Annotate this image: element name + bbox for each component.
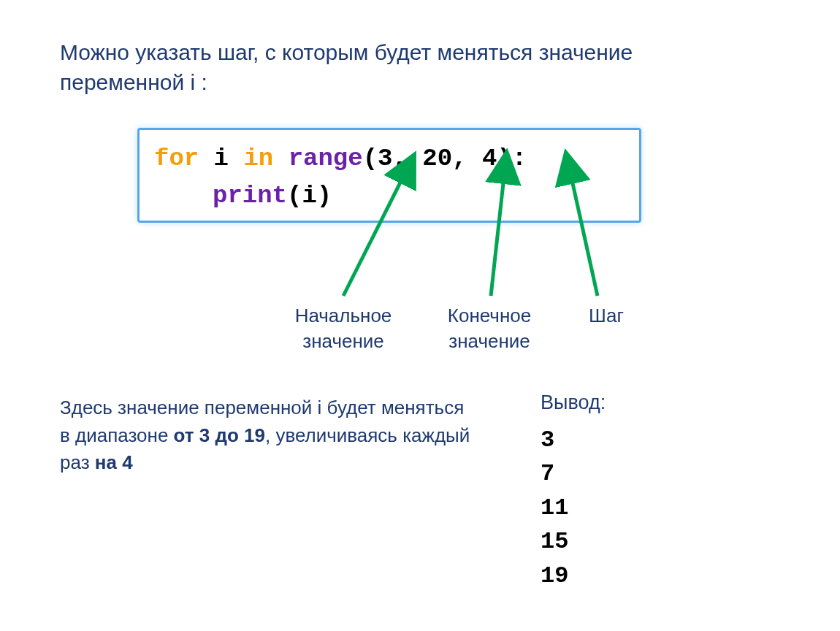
svg-line-1 xyxy=(491,177,504,296)
svg-line-0 xyxy=(343,177,403,296)
expl-range-bold: от 3 до 19 xyxy=(174,424,265,446)
output-line: 15 xyxy=(541,525,568,559)
arrow-label-end: Конечное значение xyxy=(431,303,548,354)
svg-line-2 xyxy=(571,177,597,296)
arrow-label-start: Начальное значение xyxy=(278,303,409,354)
output-label: Вывод: xyxy=(541,391,606,414)
output-lines: 3 7 11 15 19 xyxy=(541,424,568,593)
output-line: 3 xyxy=(541,424,568,457)
slide: Можно указать шаг, с которым будет менят… xyxy=(0,0,840,631)
arrows-svg xyxy=(0,0,840,631)
output-line: 19 xyxy=(541,559,568,593)
output-line: 7 xyxy=(541,457,568,491)
expl-step-bold: на 4 xyxy=(95,451,133,473)
arrow-label-step: Шаг xyxy=(577,303,635,329)
output-line: 11 xyxy=(541,492,568,525)
explanation-text: Здесь значение переменной i будет менять… xyxy=(60,394,476,477)
